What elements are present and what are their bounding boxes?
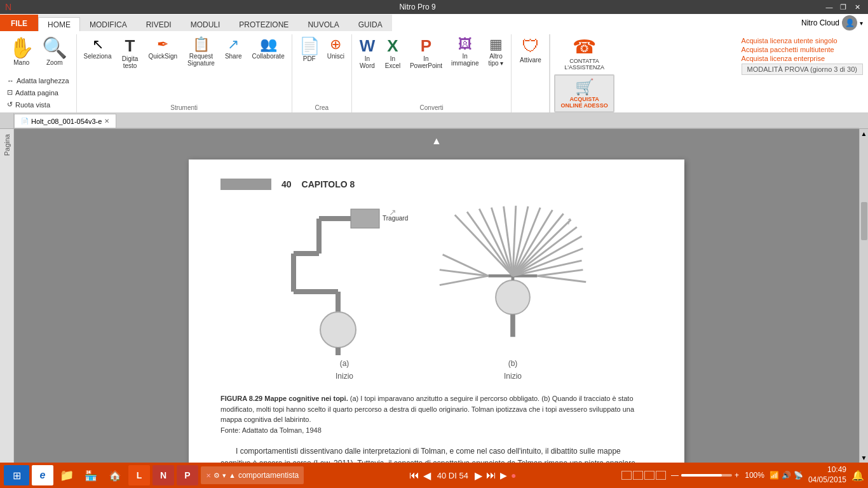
contatta-button[interactable]: ☎ CONTATTAL'ASSISTENZA bbox=[560, 34, 608, 72]
ppt-icon: P bbox=[421, 37, 431, 54]
hand-icon: ✋ bbox=[9, 37, 34, 58]
svg-line-33 bbox=[537, 276, 586, 282]
pdf-page: 40 CAPITOLO 8 Traguardo bbox=[189, 159, 684, 463]
share-icon: ↗ bbox=[227, 37, 239, 51]
ie-button[interactable]: e bbox=[32, 465, 53, 485]
zoom-tool-button[interactable]: 🔍 Zoom bbox=[39, 36, 71, 68]
close-button[interactable]: ✕ bbox=[851, 2, 863, 12]
chevron-down-icon: ▾ bbox=[860, 20, 863, 27]
chapter-title: CAPITOLO 8 bbox=[302, 179, 355, 189]
attiva-button[interactable]: 🛡 Attivare bbox=[517, 36, 545, 65]
titlebar: N Nitro Pro 9 — ❐ ✕ bbox=[0, 0, 868, 14]
doc-tab-holt[interactable]: 📄 Holt_c08_001-054v3-e ✕ bbox=[14, 114, 116, 128]
link-pacchetti[interactable]: Acquista pacchetti multiutente bbox=[742, 46, 863, 53]
nav-first-button[interactable]: ⏮ bbox=[409, 470, 419, 481]
ribbon-content: ✋ Mano 🔍 Zoom ↔ Adatta larghezza bbox=[0, 32, 868, 112]
body-paragraph: I comportamentisti dissentivano dalle in… bbox=[220, 445, 653, 463]
tab-file[interactable]: FILE bbox=[0, 15, 38, 31]
in-immagine-button[interactable]: 🖼 Inimmagine bbox=[448, 36, 482, 69]
word-icon: W bbox=[360, 37, 376, 54]
nav-prev-button[interactable]: ◀ bbox=[423, 470, 431, 482]
quicksign-button[interactable]: ✒ QuickSign bbox=[145, 36, 180, 62]
view-single[interactable] bbox=[621, 471, 632, 480]
ribbon-right-links: Acquista licenza utente singolo Acquista… bbox=[736, 34, 868, 112]
start-button[interactable]: ⊞ bbox=[4, 465, 29, 485]
digita-testo-button[interactable]: T Digitatesto bbox=[118, 36, 141, 71]
pdf-button[interactable]: 📄 PDF bbox=[296, 36, 323, 64]
view-grid[interactable] bbox=[644, 471, 654, 480]
zoom-level: 100% bbox=[742, 471, 764, 480]
doc-tab-label: Holt_c08_001-054v3-e bbox=[31, 118, 102, 125]
unisci-button[interactable]: ⊕ Unisci bbox=[324, 36, 348, 62]
scrollbar-up[interactable]: ▲ bbox=[860, 129, 868, 139]
tab-nuvola[interactable]: NUVOLA bbox=[298, 17, 348, 31]
altro-icon: ▦ bbox=[489, 37, 503, 51]
active-app-taskbar[interactable]: ✕ ⚙ ▾ ▲ comportamentista bbox=[201, 466, 304, 484]
collaborate-button[interactable]: 👥 Collaborate bbox=[249, 36, 288, 62]
user-avatar[interactable]: 👤 bbox=[842, 15, 857, 30]
acquista-button[interactable]: 🛒 ACQUISTAONLINE ADESSO bbox=[554, 74, 614, 112]
nav-play-button[interactable]: ▶ bbox=[500, 470, 507, 480]
request-signature-button[interactable]: 📋 RequestSignature bbox=[184, 36, 218, 69]
pptx-button[interactable]: P bbox=[177, 465, 198, 485]
notification-icon[interactable]: 🔔 bbox=[851, 470, 864, 482]
link-licenza-singolo[interactable]: Acquista licenza utente singolo bbox=[742, 37, 863, 44]
tab-moduli[interactable]: MODULI bbox=[181, 17, 230, 31]
seleziona-button[interactable]: ↖ Seleziona bbox=[81, 36, 115, 62]
svg-rect-0 bbox=[351, 209, 379, 228]
scrollbar-down[interactable]: ▼ bbox=[860, 453, 868, 463]
nitro-cloud-label: Nitro Cloud bbox=[801, 18, 839, 27]
view-double[interactable] bbox=[633, 471, 643, 480]
fig-title: Mappe cognitive nei topi. bbox=[264, 395, 348, 402]
group-contatta-acquista: ☎ CONTATTAL'ASSISTENZA 🛒 ACQUISTAONLINE … bbox=[550, 34, 618, 112]
right-scrollbar[interactable]: ▲ ▼ bbox=[859, 129, 868, 463]
share-button[interactable]: ↗ Share bbox=[222, 36, 245, 62]
quicksign-icon: ✒ bbox=[157, 37, 168, 51]
zoom-minus[interactable]: — bbox=[671, 471, 679, 480]
shield-icon: 🛡 bbox=[522, 37, 539, 55]
contact-icon: ☎ bbox=[573, 36, 596, 58]
tab-home[interactable]: HOME bbox=[38, 17, 80, 31]
desktop-button[interactable]: 🏠 bbox=[104, 465, 126, 485]
tab-protezione[interactable]: PROTEZIONE bbox=[229, 17, 298, 31]
altro-tipo-button[interactable]: ▦ Altrotipo ▾ bbox=[484, 36, 507, 69]
maze-diagram: Traguardo bbox=[281, 203, 408, 355]
svg-line-31 bbox=[440, 276, 489, 285]
hand-tool-button[interactable]: ✋ Mano bbox=[6, 36, 37, 68]
folder-button[interactable]: 📁 bbox=[56, 465, 78, 485]
in-word-button[interactable]: W InWord bbox=[356, 36, 379, 71]
subfig-b-label: (b) bbox=[508, 359, 518, 368]
doc-tab-close[interactable]: ✕ bbox=[104, 118, 109, 125]
store-button[interactable]: 🏪 bbox=[80, 465, 102, 485]
crea-label: Crea bbox=[315, 102, 329, 112]
lenovo-button[interactable]: L bbox=[128, 465, 150, 485]
in-excel-button[interactable]: X InExcel bbox=[381, 36, 404, 71]
tab-modifica[interactable]: MODIFICA bbox=[80, 17, 137, 31]
svg-point-7 bbox=[320, 312, 356, 348]
pagina-label: Pagina bbox=[3, 134, 11, 156]
nav-record-button[interactable]: ● bbox=[511, 470, 516, 480]
image-icon: 🖼 bbox=[458, 37, 472, 51]
tab-rivedi[interactable]: RIVEDI bbox=[137, 17, 181, 31]
ribbon-tab-bar: FILE HOME MODIFICA RIVEDI MODULI PROTEZI… bbox=[0, 15, 392, 31]
nav-last-button[interactable]: ⏭ bbox=[486, 470, 496, 481]
active-app-name: comportamentista bbox=[238, 471, 299, 480]
link-enterprise[interactable]: Acquista licenza enterprise bbox=[742, 55, 863, 62]
ruota-vista-button[interactable]: ↺ Ruota vista bbox=[4, 99, 72, 110]
in-powerpoint-button[interactable]: P InPowerPoint bbox=[407, 36, 445, 71]
figure-caption: FIGURA 8.29 Mappe cognitive nei topi. (a… bbox=[220, 393, 653, 435]
zoom-plus[interactable]: + bbox=[735, 471, 739, 480]
maximize-button[interactable]: ❐ bbox=[837, 2, 849, 12]
left-sidebar: Pagina bbox=[0, 129, 14, 463]
minimize-button[interactable]: — bbox=[824, 2, 835, 12]
adatta-pagina-button[interactable]: ⊡ Adatta pagina bbox=[4, 87, 72, 98]
scroll-thumb[interactable] bbox=[861, 202, 867, 240]
view-thumbnails[interactable] bbox=[656, 471, 666, 480]
svg-text:↗: ↗ bbox=[389, 207, 397, 217]
page-navigation: ⏮ ◀ 40 DI 54 ▶ ⏭ ▶ ● bbox=[409, 470, 517, 482]
nav-next-button[interactable]: ▶ bbox=[475, 470, 482, 482]
adatta-larghezza-button[interactable]: ↔ Adatta larghezza bbox=[4, 76, 72, 86]
nitro-tray-button[interactable]: N bbox=[153, 465, 174, 485]
tab-guida[interactable]: GUIDA bbox=[349, 17, 392, 31]
collaborate-icon: 👥 bbox=[260, 37, 277, 51]
